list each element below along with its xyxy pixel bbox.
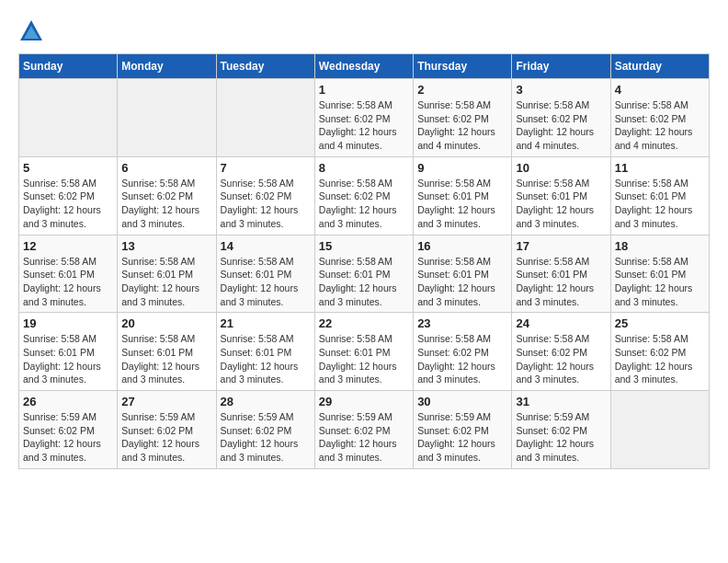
day-number: 19: [23, 316, 113, 330]
calendar-cell: 16Sunrise: 5:58 AM Sunset: 6:01 PM Dayli…: [414, 235, 512, 313]
day-info: Sunrise: 5:58 AM Sunset: 6:01 PM Dayligh…: [121, 255, 211, 309]
day-number: 26: [23, 395, 113, 408]
day-number: 16: [417, 239, 507, 253]
header-friday: Friday: [512, 54, 610, 79]
calendar-cell: 19Sunrise: 5:58 AM Sunset: 6:01 PM Dayli…: [19, 313, 118, 391]
day-number: 5: [23, 161, 113, 175]
day-number: 6: [121, 161, 211, 175]
day-info: Sunrise: 5:58 AM Sunset: 6:02 PM Dayligh…: [516, 332, 606, 386]
calendar-cell: 3Sunrise: 5:58 AM Sunset: 6:02 PM Daylig…: [512, 79, 610, 157]
day-info: Sunrise: 5:58 AM Sunset: 6:02 PM Dayligh…: [23, 177, 113, 231]
calendar-cell: 29Sunrise: 5:59 AM Sunset: 6:02 PM Dayli…: [314, 391, 413, 469]
calendar-cell: 7Sunrise: 5:58 AM Sunset: 6:02 PM Daylig…: [216, 156, 314, 235]
day-number: 31: [516, 395, 606, 408]
day-info: Sunrise: 5:58 AM Sunset: 6:02 PM Dayligh…: [417, 332, 507, 386]
calendar-cell: 31Sunrise: 5:59 AM Sunset: 6:02 PM Dayli…: [512, 391, 610, 469]
calendar-cell: 18Sunrise: 5:58 AM Sunset: 6:01 PM Dayli…: [610, 235, 709, 313]
calendar-cell: 22Sunrise: 5:58 AM Sunset: 6:01 PM Dayli…: [314, 313, 413, 391]
day-info: Sunrise: 5:58 AM Sunset: 6:02 PM Dayligh…: [319, 177, 409, 231]
calendar-cell: 14Sunrise: 5:58 AM Sunset: 6:01 PM Dayli…: [216, 235, 314, 313]
day-info: Sunrise: 5:58 AM Sunset: 6:01 PM Dayligh…: [417, 255, 507, 309]
day-info: Sunrise: 5:58 AM Sunset: 6:02 PM Dayligh…: [319, 98, 409, 153]
calendar-cell: 5Sunrise: 5:58 AM Sunset: 6:02 PM Daylig…: [19, 156, 118, 235]
day-info: Sunrise: 5:59 AM Sunset: 6:02 PM Dayligh…: [319, 410, 409, 465]
calendar-cell: 23Sunrise: 5:58 AM Sunset: 6:02 PM Dayli…: [414, 313, 512, 391]
header-tuesday: Tuesday: [216, 54, 314, 79]
calendar-cell: 11Sunrise: 5:58 AM Sunset: 6:01 PM Dayli…: [610, 156, 709, 235]
day-number: 3: [516, 83, 606, 97]
day-number: 25: [615, 316, 705, 330]
day-info: Sunrise: 5:58 AM Sunset: 6:01 PM Dayligh…: [319, 255, 409, 309]
day-info: Sunrise: 5:59 AM Sunset: 6:02 PM Dayligh…: [516, 410, 606, 465]
header-sunday: Sunday: [19, 54, 118, 79]
day-number: 17: [516, 239, 606, 253]
header-thursday: Thursday: [414, 54, 512, 79]
calendar-cell: 4Sunrise: 5:58 AM Sunset: 6:02 PM Daylig…: [610, 79, 709, 157]
day-number: 15: [319, 239, 409, 253]
day-number: 8: [319, 161, 409, 175]
calendar-cell: [19, 79, 118, 157]
day-number: 14: [221, 239, 311, 253]
calendar-cell: 28Sunrise: 5:59 AM Sunset: 6:02 PM Dayli…: [216, 391, 314, 469]
calendar-week-row: 1Sunrise: 5:58 AM Sunset: 6:02 PM Daylig…: [19, 79, 710, 157]
calendar-cell: 20Sunrise: 5:58 AM Sunset: 6:01 PM Dayli…: [118, 313, 216, 391]
day-info: Sunrise: 5:59 AM Sunset: 6:02 PM Dayligh…: [121, 410, 211, 465]
calendar-week-row: 5Sunrise: 5:58 AM Sunset: 6:02 PM Daylig…: [19, 156, 710, 235]
day-info: Sunrise: 5:58 AM Sunset: 6:02 PM Dayligh…: [615, 332, 705, 386]
calendar-cell: 2Sunrise: 5:58 AM Sunset: 6:02 PM Daylig…: [414, 79, 512, 157]
day-number: 10: [516, 161, 606, 175]
logo: [18, 18, 48, 44]
day-info: Sunrise: 5:59 AM Sunset: 6:02 PM Dayligh…: [23, 410, 113, 465]
day-number: 13: [121, 239, 211, 253]
calendar-week-row: 12Sunrise: 5:58 AM Sunset: 6:01 PM Dayli…: [19, 235, 710, 313]
calendar-cell: 12Sunrise: 5:58 AM Sunset: 6:01 PM Dayli…: [19, 235, 118, 313]
calendar-cell: 21Sunrise: 5:58 AM Sunset: 6:01 PM Dayli…: [216, 313, 314, 391]
day-number: 20: [121, 316, 211, 330]
day-info: Sunrise: 5:58 AM Sunset: 6:01 PM Dayligh…: [23, 332, 113, 386]
header-saturday: Saturday: [610, 54, 709, 79]
day-info: Sunrise: 5:58 AM Sunset: 6:01 PM Dayligh…: [319, 332, 409, 386]
day-number: 21: [221, 316, 311, 330]
header: [18, 18, 710, 44]
calendar-cell: 13Sunrise: 5:58 AM Sunset: 6:01 PM Dayli…: [118, 235, 216, 313]
calendar-cell: 17Sunrise: 5:58 AM Sunset: 6:01 PM Dayli…: [512, 235, 610, 313]
calendar-cell: 26Sunrise: 5:59 AM Sunset: 6:02 PM Dayli…: [19, 391, 118, 469]
day-number: 23: [417, 316, 507, 330]
day-info: Sunrise: 5:58 AM Sunset: 6:01 PM Dayligh…: [516, 255, 606, 309]
day-info: Sunrise: 5:58 AM Sunset: 6:01 PM Dayligh…: [221, 255, 311, 309]
day-info: Sunrise: 5:59 AM Sunset: 6:02 PM Dayligh…: [221, 410, 311, 465]
calendar-cell: 27Sunrise: 5:59 AM Sunset: 6:02 PM Dayli…: [118, 391, 216, 469]
calendar-week-row: 19Sunrise: 5:58 AM Sunset: 6:01 PM Dayli…: [19, 313, 710, 391]
day-info: Sunrise: 5:58 AM Sunset: 6:01 PM Dayligh…: [23, 255, 113, 309]
day-number: 1: [319, 83, 409, 97]
day-number: 11: [615, 161, 705, 175]
day-number: 24: [516, 316, 606, 330]
day-number: 22: [319, 316, 409, 330]
day-info: Sunrise: 5:58 AM Sunset: 6:02 PM Dayligh…: [221, 177, 311, 231]
calendar-cell: [118, 79, 216, 157]
day-number: 29: [319, 395, 409, 408]
calendar-table: SundayMondayTuesdayWednesdayThursdayFrid…: [18, 53, 710, 469]
day-number: 7: [221, 161, 311, 175]
calendar-cell: 24Sunrise: 5:58 AM Sunset: 6:02 PM Dayli…: [512, 313, 610, 391]
day-number: 18: [615, 239, 705, 253]
day-info: Sunrise: 5:58 AM Sunset: 6:02 PM Dayligh…: [615, 98, 705, 153]
day-info: Sunrise: 5:58 AM Sunset: 6:02 PM Dayligh…: [121, 177, 211, 231]
calendar-cell: 6Sunrise: 5:58 AM Sunset: 6:02 PM Daylig…: [118, 156, 216, 235]
day-number: 9: [417, 161, 507, 175]
day-number: 27: [121, 395, 211, 408]
calendar-header-row: SundayMondayTuesdayWednesdayThursdayFrid…: [19, 54, 710, 79]
calendar-cell: 15Sunrise: 5:58 AM Sunset: 6:01 PM Dayli…: [314, 235, 413, 313]
header-wednesday: Wednesday: [314, 54, 413, 79]
logo-icon: [18, 18, 44, 44]
day-number: 12: [23, 239, 113, 253]
day-info: Sunrise: 5:58 AM Sunset: 6:01 PM Dayligh…: [615, 255, 705, 309]
day-info: Sunrise: 5:58 AM Sunset: 6:01 PM Dayligh…: [221, 332, 311, 386]
calendar-cell: 25Sunrise: 5:58 AM Sunset: 6:02 PM Dayli…: [610, 313, 709, 391]
day-number: 28: [221, 395, 311, 408]
calendar-cell: 1Sunrise: 5:58 AM Sunset: 6:02 PM Daylig…: [314, 79, 413, 157]
day-info: Sunrise: 5:58 AM Sunset: 6:01 PM Dayligh…: [121, 332, 211, 386]
day-info: Sunrise: 5:58 AM Sunset: 6:02 PM Dayligh…: [417, 98, 507, 153]
calendar-cell: 9Sunrise: 5:58 AM Sunset: 6:01 PM Daylig…: [414, 156, 512, 235]
day-info: Sunrise: 5:58 AM Sunset: 6:01 PM Dayligh…: [516, 177, 606, 231]
